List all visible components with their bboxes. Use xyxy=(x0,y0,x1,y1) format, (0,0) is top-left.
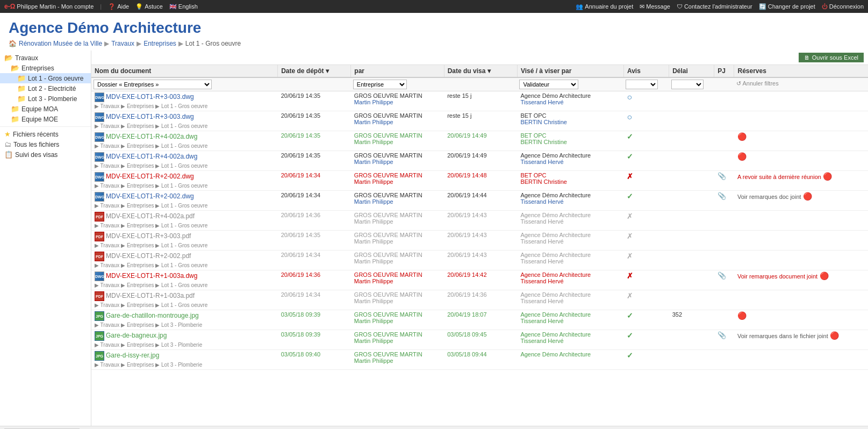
delai-cell xyxy=(669,111,714,131)
deconnexion-link[interactable]: ⏻ Déconnexion xyxy=(822,3,864,10)
filter-delai-select[interactable] xyxy=(671,80,704,89)
doc-name-link[interactable]: MDV-EXE-LOT1-R+4-002a.dwg xyxy=(106,133,197,140)
pdf-icon[interactable]: 🔴 xyxy=(803,192,812,201)
filter-par-cell[interactable]: Entreprise xyxy=(351,77,444,91)
sidebar-item-lot1[interactable]: 📁 Lot 1 - Gros oeuvre xyxy=(0,73,91,83)
doc-name-link[interactable]: MDV-EXE-LOT1-R+4-002a.pdf xyxy=(106,212,195,220)
visa-main: Agence Démo Architecture xyxy=(520,311,591,318)
date-visa-cell: reste 15 j xyxy=(444,111,517,131)
sidebar-item-lot3[interactable]: 📁 Lot 3 - Plomberie xyxy=(0,94,91,104)
doc-name-cell[interactable]: JPGGare-d-issy-rer.jpg ▶ Travaux ▶ Entre… xyxy=(91,350,278,370)
col-date-visa[interactable]: Date du visa ▾ xyxy=(444,65,517,77)
circle-icon: ○ xyxy=(627,92,632,102)
doc-name-link[interactable]: MDV-EXE-LOT1-R+1-003a.pdf xyxy=(106,292,195,299)
doc-name-cell[interactable]: DWGMDV-EXE-LOT1-R+4-002a.dwg ▶ Travaux ▶… xyxy=(91,151,278,171)
table-row: JPGGare-de-bagneux.jpg ▶ Travaux ▶ Entre… xyxy=(91,330,868,350)
message-link[interactable]: ✉ Message xyxy=(640,3,670,10)
breadcrumb-entreprises[interactable]: Entreprises xyxy=(144,40,176,47)
doc-name-cell[interactable]: DWGMDV-EXE-LOT1-R+4-002a.dwg ▶ Travaux ▶… xyxy=(91,131,278,151)
changer-projet-link[interactable]: 🔄 Changer de projet xyxy=(759,3,815,10)
contact-admin-link[interactable]: 🛡 Contactez l'administrateur xyxy=(677,3,752,10)
annuler-filtres-button[interactable]: ↺ Annuler filtres xyxy=(736,80,779,87)
doc-name-link[interactable]: Gare-de-bagneux.jpg xyxy=(106,332,167,339)
doc-name-link[interactable]: MDV-EXE-LOT1-R+2-002.dwg xyxy=(106,173,194,180)
sidebar-item-entreprises[interactable]: 📂 Entreprises xyxy=(0,63,91,73)
doc-name-cell[interactable]: DWGMDV-EXE-LOT1-R+2-002.dwg ▶ Travaux ▶ … xyxy=(91,191,278,211)
doc-name-cell[interactable]: JPGGare-de-chatillon-montrouge.jpg ▶ Tra… xyxy=(91,310,278,330)
doc-name-cell[interactable]: DWGMDV-EXE-LOT1-R+3-003.dwg ▶ Travaux ▶ … xyxy=(91,111,278,131)
sidebar-item-lot2[interactable]: 📁 Lot 2 - Electricité xyxy=(0,83,91,94)
doc-name-link[interactable]: Gare-d-issy-rer.jpg xyxy=(106,352,159,359)
breadcrumb-renovaton[interactable]: Rénovation Musée de la Ville xyxy=(19,40,102,47)
filter-dossier-select[interactable]: Dossier « Entreprises » xyxy=(94,80,212,89)
astuce-link[interactable]: 💡 Astuce xyxy=(135,3,163,10)
annuaire-link[interactable]: 👥 Annuaire du projet xyxy=(576,3,633,10)
doc-name-link[interactable]: MDV-EXE-LOT1-R+2-002.dwg xyxy=(106,192,194,200)
lang-link[interactable]: 🇬🇧 English xyxy=(169,3,198,10)
doc-name-cell[interactable]: DWGMDV-EXE-LOT1-R+1-003a.dwg ▶ Travaux ▶… xyxy=(91,270,278,290)
doc-name-cell[interactable]: PDFMDV-EXE-LOT1-R+2-002.pdf ▶ Travaux ▶ … xyxy=(91,251,278,270)
pdf-icon[interactable]: 🔴 xyxy=(737,152,747,161)
doc-name-cell[interactable]: DWGMDV-EXE-LOT1-R+3-003.dwg ▶ Travaux ▶ … xyxy=(91,91,278,111)
reserve-cell xyxy=(734,251,868,270)
sidebar-item-equipe-moe[interactable]: 📁 Equipe MOE xyxy=(0,114,91,124)
par-main: GROS OEUVRE MARTIN xyxy=(354,192,422,198)
table-row: DWGMDV-EXE-LOT1-R+2-002.dwg ▶ Travaux ▶ … xyxy=(91,171,868,191)
filter-avis-cell[interactable] xyxy=(623,77,669,91)
par-sub: Martin Philippe xyxy=(354,218,393,225)
visa-sub: Tisserand Hervé xyxy=(520,258,563,264)
filter-nom-cell[interactable]: Dossier « Entreprises » xyxy=(91,77,278,91)
check-icon: ✓ xyxy=(627,331,633,340)
doc-name-cell[interactable]: JPGGare-de-bagneux.jpg ▶ Travaux ▶ Entre… xyxy=(91,330,278,350)
breadcrumb-travaux[interactable]: Travaux xyxy=(111,40,134,47)
table-row: PDFMDV-EXE-LOT1-R+1-003a.pdf ▶ Travaux ▶… xyxy=(91,290,868,310)
check-icon: ✓ xyxy=(627,132,633,141)
sidebar-item-equipe-moa[interactable]: 📁 Equipe MOA xyxy=(0,104,91,114)
pdf-icon[interactable]: 🔴 xyxy=(830,331,839,340)
par-main: GROS OEUVRE MARTIN xyxy=(354,351,422,358)
page-title: Agence Démo Architecture xyxy=(0,13,868,39)
pdf-icon[interactable]: 🔴 xyxy=(737,311,747,320)
filter-par-select[interactable]: Entreprise xyxy=(353,80,407,89)
sidebar-item-tous[interactable]: 🗂 Tous les fichiers xyxy=(0,139,91,149)
sidebar-item-recent[interactable]: ★ Fichiers récents xyxy=(0,129,91,139)
doc-name-link[interactable]: MDV-EXE-LOT1-R+4-002a.dwg xyxy=(106,153,197,160)
visa-sub: BERTIN Christine xyxy=(520,178,567,185)
visa-sub: Tisserand Hervé xyxy=(520,159,563,165)
doc-name-link[interactable]: Gare-de-chatillon-montrouge.jpg xyxy=(106,312,199,319)
open-excel-button[interactable]: 🗎 Ouvrir sous Excel xyxy=(799,53,864,62)
filter-avis-select[interactable] xyxy=(626,80,658,89)
doc-name-cell[interactable]: DWGMDV-EXE-LOT1-R+2-002.dwg ▶ Travaux ▶ … xyxy=(91,171,278,191)
breadcrumb: 🏠 Rénovation Musée de la Ville ▶ Travaux… xyxy=(0,39,868,51)
filter-delai-cell[interactable] xyxy=(669,77,714,91)
date-visa-cell: 20/06/19 14:36 xyxy=(444,290,517,310)
delai-cell: 352 xyxy=(669,310,714,330)
pdf-icon[interactable]: 🔴 xyxy=(823,172,832,181)
avis-cell: ✓ xyxy=(623,151,669,171)
pdf-icon[interactable]: 🔴 xyxy=(737,132,747,141)
filter-reserve-cell[interactable]: ↺ Annuler filtres xyxy=(734,77,868,91)
doc-name-link[interactable]: MDV-EXE-LOT1-R+1-003a.dwg xyxy=(106,272,197,280)
sidebar-item-travaux[interactable]: 📂 Travaux xyxy=(0,53,91,63)
doc-path: ▶ Travaux ▶ Entreprises ▶ Lot 1 - Gros o… xyxy=(95,183,207,189)
aide-link[interactable]: ❓ Aide xyxy=(108,3,129,10)
filter-visa-par-select[interactable]: Validateur xyxy=(519,80,578,89)
doc-name-link[interactable]: MDV-EXE-LOT1-R+3-003.pdf xyxy=(106,232,191,240)
doc-name-link[interactable]: MDV-EXE-LOT1-R+2-002.pdf xyxy=(106,252,191,260)
filter-visa-par-cell[interactable]: Validateur xyxy=(517,77,623,91)
date-depot-cell: 20/06/19 14:34 xyxy=(278,171,351,191)
doc-name-link[interactable]: MDV-EXE-LOT1-R+3-003.dwg xyxy=(106,93,194,101)
mon-compte-link[interactable]: Mon compte xyxy=(61,3,94,10)
par-main: GROS OEUVRE MARTIN xyxy=(354,152,422,159)
col-date-depot[interactable]: Date de dépôt ▾ xyxy=(278,65,351,77)
doc-name-cell[interactable]: PDFMDV-EXE-LOT1-R+1-003a.pdf ▶ Travaux ▶… xyxy=(91,290,278,310)
doc-name-cell[interactable]: PDFMDV-EXE-LOT1-R+3-003.pdf ▶ Travaux ▶ … xyxy=(91,231,278,251)
date-depot-cell: 20/06/19 14:34 xyxy=(278,251,351,270)
date-visa-cell: 20/06/19 14:43 xyxy=(444,231,517,251)
doc-name-link[interactable]: MDV-EXE-LOT1-R+3-003.dwg xyxy=(106,113,194,120)
sidebar-item-visas[interactable]: 📋 Suivi des visas xyxy=(0,149,91,160)
doc-name-cell[interactable]: PDFMDV-EXE-LOT1-R+4-002a.pdf ▶ Travaux ▶… xyxy=(91,211,278,231)
par-sub: Martin Philippe xyxy=(354,159,393,165)
pdf-icon[interactable]: 🔴 xyxy=(820,271,829,280)
visa-main: Agence Démo Architecture xyxy=(520,351,591,358)
